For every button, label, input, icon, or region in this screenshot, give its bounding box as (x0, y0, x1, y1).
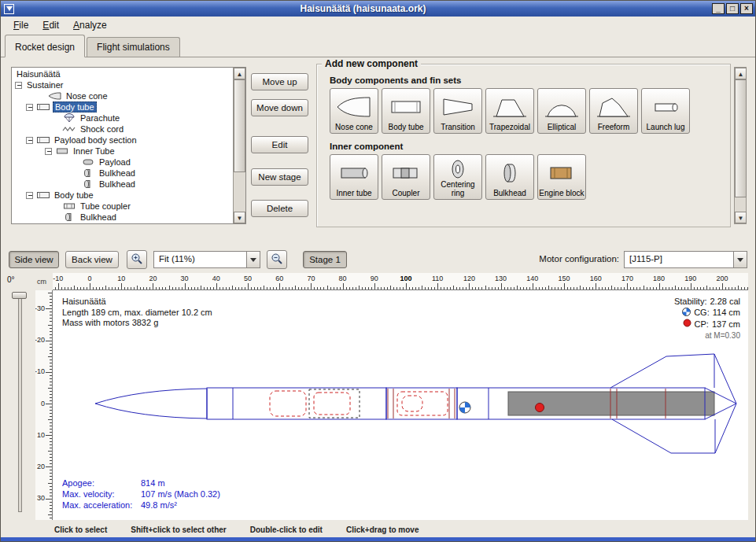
ruler-tick (378, 287, 378, 289)
ruler-unit-label: cm (37, 278, 46, 286)
tree-item-payload-body-section[interactable]: Payload body section (12, 135, 233, 146)
tab-flight-simulations[interactable]: Flight simulations (87, 37, 180, 57)
component-button-label: Coupler (392, 190, 419, 198)
ruler-tick (393, 287, 394, 289)
add-inner-tube-button[interactable]: Inner tube (330, 154, 378, 200)
add-elliptical-button[interactable]: Elliptical (537, 88, 586, 134)
cg-label: CG: (694, 308, 710, 319)
cg-value: 114 cm (713, 308, 740, 319)
tree-expander-icon[interactable] (26, 192, 33, 199)
add-transition-button[interactable]: Transition (433, 88, 482, 134)
payload-section-shape[interactable] (386, 388, 457, 419)
tree-scrollbar-thumb[interactable] (234, 79, 245, 172)
menu-edit[interactable]: Edit (36, 18, 65, 32)
tree-item-label: Payload body section (53, 135, 138, 145)
component-scrollbar-thumb[interactable] (735, 79, 747, 197)
ruler-tick (700, 287, 701, 289)
tree-item-label: Body tube (53, 101, 97, 112)
tree-item-bulkhead[interactable]: Bulkhead (12, 212, 233, 223)
tree-item-inner-tube[interactable]: Inner Tube (12, 146, 233, 157)
close-button[interactable]: × (740, 3, 753, 14)
minimize-button[interactable]: _ (712, 3, 725, 14)
component-panel-scrollbar[interactable]: ▲ ▼ (734, 67, 747, 224)
ruler-tick (50, 378, 52, 379)
add-engine-block-button[interactable]: Engine block (537, 154, 586, 200)
ruler-label: 160 (585, 275, 607, 282)
tree-expander-icon[interactable] (26, 104, 33, 111)
ruler-tick (633, 287, 634, 289)
motor-config-select[interactable]: [J115-P] (624, 251, 747, 268)
add-nose-cone-button[interactable]: Nose cone (330, 88, 378, 134)
payload-shape[interactable] (402, 396, 422, 411)
rotation-slider[interactable] (18, 293, 22, 512)
zoom-out-button[interactable] (267, 250, 287, 269)
zoom-select[interactable]: Fit (11%) (153, 251, 260, 268)
tree-item-bulkhead[interactable]: Bulkhead (12, 168, 233, 179)
tree-item-sustainer[interactable]: Sustainer (12, 79, 233, 90)
menu-file[interactable]: File (7, 18, 35, 32)
tab-rocket-design[interactable]: Rocket design (5, 35, 85, 57)
ruler-tick (390, 286, 391, 290)
back-view-button[interactable]: Back view (65, 251, 119, 268)
maximize-button[interactable]: □ (726, 3, 739, 14)
mach-note: at M=0.30 (705, 330, 740, 341)
ruler-tick (346, 287, 347, 289)
rocket-canvas[interactable]: Haisunäätä Length 189 cm, max. diameter … (53, 290, 748, 520)
ruler-tick (105, 286, 106, 290)
scroll-down-icon[interactable]: ▼ (735, 212, 747, 223)
tree-item-tube-coupler[interactable]: Tube coupler (12, 201, 233, 212)
rocket-info: Haisunäätä Length 189 cm, max. diameter … (62, 297, 212, 329)
tree-item-body-tube[interactable]: Body tube (12, 101, 233, 112)
titlebar: Haisunäätä (haisunaata.ork) _ □ × (1, 1, 755, 17)
side-view-button[interactable]: Side view (9, 251, 59, 268)
move-up-button[interactable]: Move up (251, 73, 308, 90)
ruler-tick (131, 287, 131, 289)
delete-button[interactable]: Delete (251, 200, 308, 217)
zoom-in-icon (131, 253, 143, 267)
ruler-tick (352, 287, 353, 289)
scroll-up-icon[interactable]: ▲ (735, 68, 747, 79)
tree-item-payload[interactable]: Payload (12, 157, 233, 168)
ruler-tick (656, 287, 657, 289)
nose-cone-shape[interactable] (95, 389, 207, 418)
tree-item-nose-cone[interactable]: Nose cone (12, 90, 233, 101)
tree-item-shock-cord[interactable]: Shock cord (12, 124, 233, 135)
ruler-tick (48, 483, 53, 484)
tree-expander-icon[interactable] (45, 148, 52, 155)
parachute-shape[interactable] (270, 391, 306, 416)
tree-item-parachute[interactable]: Parachute (12, 112, 233, 124)
shock-cord-shape[interactable] (314, 393, 350, 415)
tree-expander-icon[interactable] (26, 137, 33, 144)
ruler-tick (50, 502, 52, 503)
bottom-fin-shape[interactable] (612, 419, 715, 453)
add-freeform-button[interactable]: Freeform (589, 88, 638, 134)
menu-analyze[interactable]: Analyze (67, 18, 113, 32)
stage-1-toggle[interactable]: Stage 1 (303, 251, 347, 268)
rotation-slider-handle[interactable] (12, 292, 27, 299)
tree-scrollbar[interactable]: ▲ ▼ (233, 68, 245, 223)
scroll-down-icon[interactable]: ▼ (234, 212, 245, 223)
add-launch-lug-button[interactable]: Launch lug (641, 88, 690, 134)
add-trapezoidal-button[interactable]: Trapezoidal (485, 88, 534, 134)
add-coupler-button[interactable]: Coupler (382, 154, 430, 200)
tree-item-body-tube[interactable]: Body tube (12, 190, 233, 201)
ruler-tick (50, 353, 52, 354)
edit-button[interactable]: Edit (251, 136, 308, 153)
app-icon[interactable] (4, 4, 14, 14)
add-body-tube-button[interactable]: Body tube (382, 88, 430, 134)
ruler-label: 120 (458, 275, 480, 282)
scroll-up-icon[interactable]: ▲ (234, 68, 245, 79)
ruler-tick (204, 287, 205, 289)
ruler-tick (529, 287, 530, 289)
tree-item-label: Body tube (53, 190, 95, 200)
ruler-tick (102, 287, 103, 289)
new-stage-button[interactable]: New stage (251, 168, 308, 186)
add-bulkhead-button[interactable]: Bulkhead (485, 154, 534, 200)
add-centering-ring-button[interactable]: Centering ring (433, 154, 482, 200)
top-fin-shape[interactable] (610, 354, 714, 388)
move-down-button[interactable]: Move down (251, 99, 308, 116)
zoom-in-button[interactable] (127, 250, 147, 269)
tree-item-haisun-t[interactable]: Haisunäätä (12, 68, 233, 79)
tree-expander-icon[interactable] (15, 82, 22, 89)
tree-item-bulkhead[interactable]: Bulkhead (12, 179, 233, 190)
